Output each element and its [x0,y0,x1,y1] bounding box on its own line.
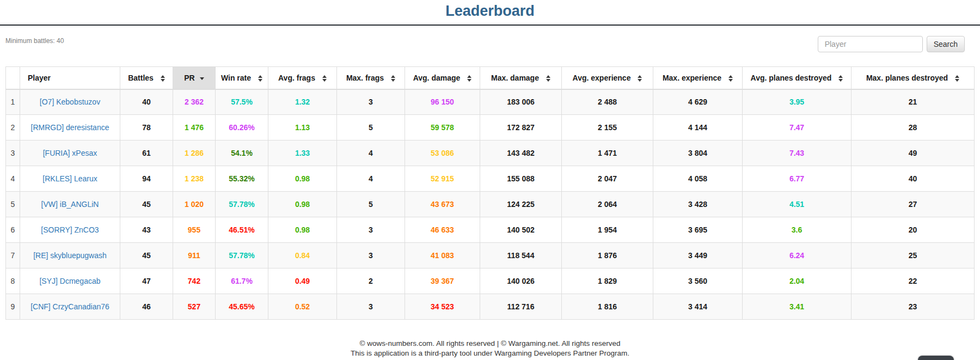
stat-cell: 1 876 [562,243,653,269]
player-link[interactable]: [O7] Kebobstuzov [40,97,100,106]
stat-cell: 57.78% [216,243,268,269]
player-cell: [CNF] CrzyCanadian76 [20,294,120,320]
stat-cell: 7.43 [743,141,852,166]
stat-cell: 46.51% [216,217,268,243]
stat-cell: 2.04 [743,269,852,294]
col-header-label: Avg. frags [278,74,315,82]
stat-cell: 2 362 [173,89,216,115]
stat-cell: 53 086 [405,141,480,166]
stat-cell: 172 827 [480,115,562,141]
stat-cell: 28 [852,115,975,141]
stat-cell: 3.41 [743,294,852,320]
stat-cell: 0.52 [268,294,337,320]
player-cell: [SYJ] Dcmegacab [20,269,120,294]
stat-cell: 6.24 [743,243,852,269]
search-area: Search [818,36,965,52]
stat-cell: 2 064 [562,192,653,217]
rank-cell: 6 [6,217,20,243]
stat-cell: 183 006 [480,89,562,115]
search-input[interactable] [818,36,923,52]
col-header-label: Max. damage [491,74,539,82]
rank-cell: 2 [6,115,20,141]
stat-cell: 96 150 [405,89,480,115]
player-link[interactable]: [RKLES] Learux [42,174,97,183]
stat-cell: 3 560 [653,269,743,294]
stat-cell: 47 [120,269,173,294]
stat-cell: 1 954 [562,217,653,243]
stat-cell: 21 [852,89,975,115]
toolbar: Minimum battles: 40 Search [0,30,980,60]
col-header-pr[interactable]: PR [173,67,216,89]
stat-cell: 41 083 [405,243,480,269]
stat-cell: 124 225 [480,192,562,217]
col-header-max-damage[interactable]: Max. damage [480,67,562,89]
stat-cell: 57.5% [216,89,268,115]
col-header-avg-experience[interactable]: Avg. experience [562,67,653,89]
stat-cell: 45 [120,243,173,269]
player-link[interactable]: [CNF] CrzyCanadian76 [30,302,109,311]
stat-cell: 45.65% [216,294,268,320]
col-header-avg-planes-destroyed[interactable]: Avg. planes destroyed [743,67,852,89]
col-header-avg-damage[interactable]: Avg. damage [405,67,480,89]
leaderboard-table: PlayerBattlesPRWin rateAvg. fragsMax. fr… [5,66,975,320]
stat-cell: 40 [120,89,173,115]
stat-cell: 3 695 [653,217,743,243]
table-row: 2[RMRGD] deresistance781 47660.26%1.1355… [6,115,975,141]
player-link[interactable]: [RMRGD] deresistance [31,123,109,132]
stat-cell: 59 578 [405,115,480,141]
player-link[interactable]: [FURIA] xPesax [43,149,97,157]
stat-cell: 2 047 [562,166,653,192]
stat-cell: 4 [337,166,405,192]
stat-cell: 43 673 [405,192,480,217]
stat-cell: 140 026 [480,269,562,294]
player-link[interactable]: [SORRY] ZnCO3 [41,225,99,234]
stat-cell: 43 [120,217,173,243]
stat-cell: 3 [337,243,405,269]
stat-cell: 20 [852,217,975,243]
stat-cell: 1.32 [268,89,337,115]
stat-cell: 57.78% [216,192,268,217]
player-cell: [O7] Kebobstuzov [20,89,120,115]
stat-cell: 742 [173,269,216,294]
stat-cell: 1 020 [173,192,216,217]
rank-cell: 1 [6,89,20,115]
stat-cell: 94 [120,166,173,192]
player-cell: [RKLES] Learux [20,166,120,192]
player-link[interactable]: [SYJ] Dcmegacab [39,277,100,285]
col-header-battles[interactable]: Battles [120,67,173,89]
stat-cell: 140 502 [480,217,562,243]
col-header-label: Win rate [221,74,251,82]
page-footer: © wows-numbers.com. All rights reserved … [0,339,980,358]
stat-cell: 1 238 [173,166,216,192]
stat-cell: 55.32% [216,166,268,192]
search-button[interactable]: Search [927,36,965,52]
col-header-label: Player [28,74,51,82]
col-header-max-planes-destroyed[interactable]: Max. planes destroyed [852,67,975,89]
player-cell: [RMRGD] deresistance [20,115,120,141]
stat-cell: 0.49 [268,269,337,294]
stat-cell: 0.84 [268,243,337,269]
stat-cell: 3.95 [743,89,852,115]
stat-cell: 4 [337,141,405,166]
stat-cell: 34 523 [405,294,480,320]
stat-cell: 155 088 [480,166,562,192]
scroll-top-button[interactable] [918,356,954,360]
stat-cell: 527 [173,294,216,320]
player-link[interactable]: [RE] skybluepugwash [33,251,107,260]
player-cell: [SORRY] ZnCO3 [20,217,120,243]
table-row: 8[SYJ] Dcmegacab4774261.7%0.49239 367140… [6,269,975,294]
stat-cell: 2 488 [562,89,653,115]
col-header-max-experience[interactable]: Max. experience [653,67,743,89]
col-header-avg-frags[interactable]: Avg. frags [268,67,337,89]
player-link[interactable]: [VW] iB_ANGLiN [41,200,99,209]
stat-cell: 39 367 [405,269,480,294]
sort-both-icon [638,75,642,82]
col-header-win-rate[interactable]: Win rate [216,67,268,89]
stat-cell: 78 [120,115,173,141]
stat-cell: 3.6 [743,217,852,243]
stat-cell: 1 816 [562,294,653,320]
rank-cell: 9 [6,294,20,320]
col-header-max-frags[interactable]: Max. frags [337,67,405,89]
stat-cell: 46 [120,294,173,320]
col-header-rank [6,67,20,89]
